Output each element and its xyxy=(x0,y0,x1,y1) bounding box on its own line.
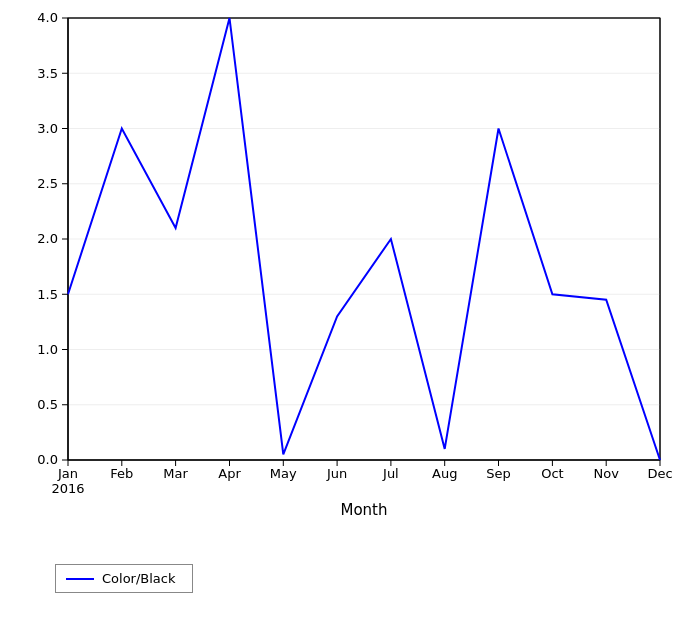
x-label-jul: Jul xyxy=(382,466,399,481)
x-label-aug: Aug xyxy=(432,466,457,481)
legend-label: Color/Black xyxy=(102,571,176,586)
legend: Color/Black xyxy=(55,564,193,593)
y-label-1: 1.0 xyxy=(37,342,58,357)
y-label-35: 3.5 xyxy=(37,66,58,81)
x-label-jan: Jan xyxy=(57,466,78,481)
legend-line xyxy=(66,578,94,580)
x-label-sep: Sep xyxy=(486,466,511,481)
x-axis-title: Month xyxy=(340,501,387,519)
x-label-feb: Feb xyxy=(110,466,133,481)
x-label-dec: Dec xyxy=(647,466,672,481)
x-label-apr: Apr xyxy=(218,466,241,481)
y-label-25: 2.5 xyxy=(37,176,58,191)
line-chart: 0.0 0.5 1.0 1.5 2.0 2.5 3.0 3.5 4.0 Jan … xyxy=(0,0,688,621)
y-label-2: 2.0 xyxy=(37,231,58,246)
chart-container: 0.0 0.5 1.0 1.5 2.0 2.5 3.0 3.5 4.0 Jan … xyxy=(0,0,688,621)
x-label-2016: 2016 xyxy=(51,481,84,496)
y-label-15: 1.5 xyxy=(37,287,58,302)
x-label-oct: Oct xyxy=(541,466,563,481)
x-label-mar: Mar xyxy=(163,466,188,481)
y-label-3: 3.0 xyxy=(37,121,58,136)
y-label-4: 4.0 xyxy=(37,10,58,25)
y-label-0: 0.0 xyxy=(37,452,58,467)
y-label-05: 0.5 xyxy=(37,397,58,412)
x-label-may: May xyxy=(270,466,297,481)
x-label-nov: Nov xyxy=(594,466,620,481)
x-label-jun: Jun xyxy=(326,466,347,481)
